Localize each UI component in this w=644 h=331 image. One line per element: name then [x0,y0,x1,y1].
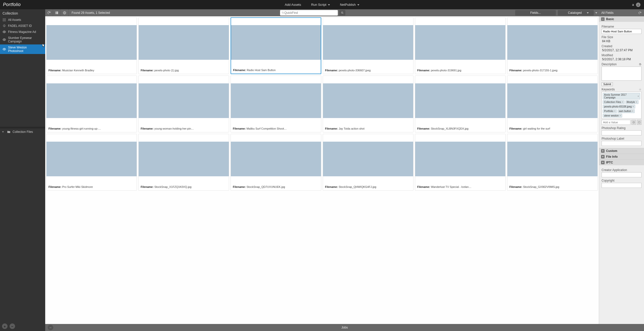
quickfind-field[interactable] [280,10,338,16]
expand-icon[interactable]: + [2,130,5,134]
asset-card[interactable]: Filename: girl waiting for the surf [507,76,598,132]
asset-card[interactable]: Filename: StockSnap_X1FZQ1K0VQ.jpg [138,134,229,191]
description-textarea[interactable] [602,67,641,81]
asset-card[interactable]: Filename: young-fitness-girl-running-up-… [46,76,137,132]
topbar-user-area[interactable]: a [632,3,640,7]
topbar-menu-add-assets[interactable]: Add Assets [285,3,301,7]
asset-thumbnail[interactable] [139,76,229,126]
keyword-tag[interactable]: Axxis Summer 2017 Campaign× [603,93,640,99]
filesize-value: 84 KB [602,39,641,43]
cataloged-dropdown[interactable]: Cataloged [558,10,594,16]
asset-card[interactable]: Filename: Jay Toida action shot [323,76,413,132]
keyword-tag[interactable]: Collection Files× [603,100,625,104]
map-view-button[interactable] [61,9,69,16]
keyword-tag[interactable]: sam button× [618,109,635,113]
section-fileinfo-header[interactable]: + File Info [599,154,644,159]
creator-app-input[interactable] [602,172,641,177]
section-basic-header[interactable]: − Basic [599,16,644,22]
keyword-text: pexels-photo-65108.jpeg [604,105,632,108]
asset-card[interactable]: Filename: pexels-photo-319691.jpg [415,17,506,74]
keyword-tag[interactable]: pexels-photo-65108.jpeg× [603,105,635,108]
asset-thumbnail[interactable] [46,18,137,67]
copyright-input[interactable] [602,183,641,188]
sidebar-item-all-assets[interactable]: All Assets [0,17,45,23]
remove-keyword-icon[interactable]: × [619,114,621,117]
asset-card[interactable]: Filename: StockSnap_GX902VI9MS.jpg [507,134,598,191]
remove-keyword-icon[interactable]: × [614,110,616,113]
asset-card[interactable]: Filename: pexels-photo (1).jpg [138,17,229,74]
user-avatar-icon[interactable] [636,3,640,7]
asset-thumbnail[interactable] [415,76,505,126]
asset-thumbnail[interactable] [507,134,598,184]
jobs-bar[interactable]: − Jobs [45,324,644,331]
add-keyword-input[interactable] [602,120,630,125]
gear-icon[interactable] [639,88,641,91]
remove-keyword-icon[interactable]: × [637,95,639,98]
remove-keyword-icon[interactable]: × [632,105,634,108]
jobs-minimize-button[interactable]: − [48,325,53,330]
asset-card[interactable]: Filename: StockSnap_QHWIQKG4FJ.jpg [323,134,413,191]
inspector-refresh-button[interactable] [638,11,641,15]
sidebar-item-steve-weston-photoshoot[interactable]: Steve Weston Photoshoot [0,44,45,54]
fields-dropdown[interactable]: Fields... [515,10,556,16]
asset-card[interactable]: Filename: StockSnap_QD7UVUNUEK.jpg [231,134,321,191]
asset-thumbnail[interactable] [231,18,321,67]
asset-card[interactable]: Filename: Pro Surfer Miki Skidmore [46,134,137,191]
inspector-panel[interactable]: − Basic Filename File Size 84 KB Created… [599,16,644,324]
sidebar-bottom-buttons: + − [0,322,45,331]
advanced-search-button[interactable] [339,10,345,16]
list-view-button[interactable] [53,9,61,16]
collection-files-row[interactable]: + Collection Files [0,128,45,135]
asset-card[interactable]: Filename: StockSnap_XLBN3FXQDX.jpg [415,76,506,132]
svg-rect-14 [56,13,58,14]
asset-card[interactable]: Filename: Malibu Surf Competition Shoot… [231,76,321,132]
asset-thumbnail[interactable] [139,134,229,184]
section-iptc-header[interactable]: + IPTC [599,159,644,165]
filename-input[interactable] [602,29,641,34]
remove-collection-button[interactable]: − [10,323,15,329]
sort-direction-button[interactable] [594,9,599,16]
asset-thumbnail[interactable] [46,76,137,126]
sidebar-item-slumber-eyewear-campaign[interactable]: Slumber Eyewear Campaign [0,35,45,44]
remove-keyword-icon[interactable]: × [636,101,637,103]
sidebar-item-fitness-magazine-ad[interactable]: Fitness Magazine Ad [0,29,45,35]
ps-label-input[interactable] [602,141,641,146]
keyword-tag[interactable]: lifestyle× [625,100,638,104]
asset-card[interactable]: Filename: young-woman-holding-her-pin… [138,76,229,132]
remove-keyword-icon[interactable]: × [632,110,633,113]
asset-thumbnail[interactable] [507,18,598,67]
keyword-tag[interactable]: steve weston× [603,114,622,118]
asset-thumbnail[interactable] [231,76,321,126]
apply-keyword-button[interactable] [637,120,641,125]
topbar-menu-netpublish[interactable]: NetPublish [340,3,359,7]
remove-keyword-icon[interactable]: × [622,101,623,103]
quickfind-input[interactable] [284,11,336,15]
asset-thumbnail[interactable] [323,76,413,126]
asset-thumbnail[interactable] [323,18,413,67]
asset-card[interactable]: Filename: pexels-photo-317155-1.jpeg [507,17,598,74]
asset-thumbnail[interactable] [139,18,229,67]
topbar: Portfolio Add AssetsRun ScriptNetPublish… [0,0,644,9]
asset-filename: Filename: Jay Toida action shot [323,126,413,132]
asset-thumbnail[interactable] [323,134,413,184]
asset-grid-scroll[interactable]: Filename: Musician Kenneth BradleyFilena… [45,16,599,324]
clear-keyword-button[interactable] [631,120,636,125]
description-submit-button[interactable]: Submit [602,82,613,86]
sidebar-item-fadel-asset-id[interactable]: FADEL ASSET ID [0,23,45,29]
asset-card[interactable]: Filename: Radio Host Sam Button [231,17,321,74]
asset-thumbnail[interactable] [415,134,505,184]
asset-card[interactable]: Filename: Musician Kenneth Bradley [46,17,137,74]
asset-thumbnail[interactable] [46,134,137,184]
refresh-button[interactable] [45,9,53,16]
asset-card[interactable]: Filename: Wanderlust TV Special - Icelan… [415,134,506,191]
add-collection-button[interactable]: + [2,323,8,329]
asset-thumbnail[interactable] [507,76,598,126]
keyword-tag[interactable]: Portfolio× [603,109,617,113]
asset-thumbnail[interactable] [415,18,505,67]
asset-card[interactable]: Filename: pexels-photo-336607.jpeg [323,17,413,74]
gear-icon[interactable] [639,63,641,66]
topbar-menu-run-script[interactable]: Run Script [311,3,330,7]
ps-rating-input[interactable] [602,130,641,135]
asset-thumbnail[interactable] [231,134,321,184]
section-custom-header[interactable]: + Custom [599,148,644,154]
